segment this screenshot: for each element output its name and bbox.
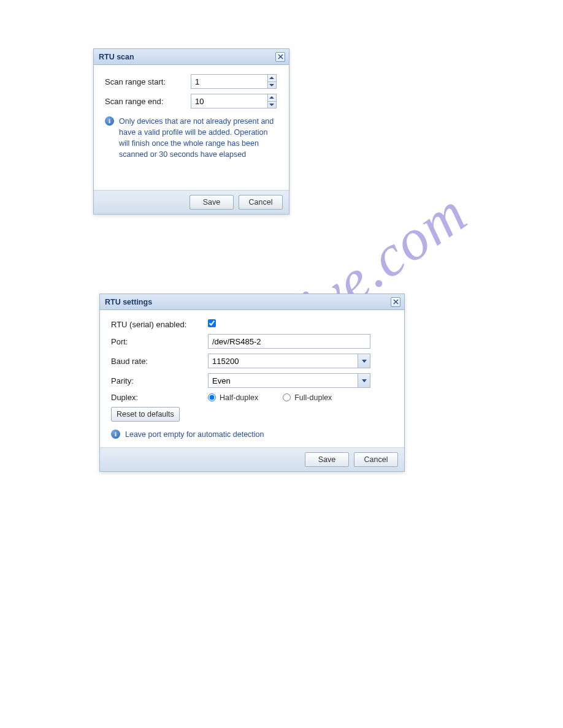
port-input[interactable] bbox=[208, 334, 370, 349]
parity-value[interactable] bbox=[209, 374, 358, 387]
info-icon: i bbox=[111, 430, 120, 439]
close-icon bbox=[278, 54, 283, 59]
baud-rate-select[interactable] bbox=[208, 354, 370, 368]
scan-range-start-spinner[interactable] bbox=[191, 74, 277, 89]
rtu-settings-dialog: RTU settings RTU (serial) enabled: Port:… bbox=[99, 294, 405, 472]
save-button[interactable]: Save bbox=[190, 195, 234, 210]
rtu-settings-buttonbar: Save Cancel bbox=[100, 447, 404, 471]
rtu-scan-buttonbar: Save Cancel bbox=[94, 190, 289, 214]
rtu-scan-dialog: RTU scan Scan range start: Scan ra bbox=[93, 48, 289, 214]
chevron-up-icon bbox=[269, 77, 274, 79]
half-duplex-radio[interactable]: Half-duplex bbox=[208, 393, 258, 402]
close-icon bbox=[393, 299, 399, 305]
info-icon: i bbox=[105, 116, 114, 126]
chevron-down-icon bbox=[362, 379, 367, 382]
close-button[interactable] bbox=[275, 52, 285, 62]
half-duplex-radio-label: Half-duplex bbox=[220, 393, 258, 402]
parity-label: Parity: bbox=[111, 376, 208, 385]
scan-range-end-input[interactable] bbox=[191, 94, 267, 108]
chevron-down-icon bbox=[269, 84, 274, 86]
rtu-scan-info: i Only devices that are not already pres… bbox=[105, 113, 278, 161]
baud-rate-value[interactable] bbox=[209, 354, 358, 368]
full-duplex-radio[interactable]: Full-duplex bbox=[283, 393, 332, 402]
rtu-enabled-label: RTU (serial) enabled: bbox=[111, 320, 208, 329]
cancel-button[interactable]: Cancel bbox=[239, 195, 283, 210]
rtu-settings-titlebar: RTU settings bbox=[100, 294, 404, 310]
rtu-enabled-checkbox[interactable] bbox=[208, 319, 216, 327]
full-duplex-radio-input[interactable] bbox=[283, 393, 291, 401]
rtu-scan-title: RTU scan bbox=[99, 53, 275, 61]
rtu-scan-info-text: Only devices that are not already presen… bbox=[119, 116, 278, 161]
scan-range-end-spinner[interactable] bbox=[191, 94, 277, 108]
parity-select[interactable] bbox=[208, 373, 370, 388]
scan-range-start-label: Scan range start: bbox=[105, 77, 191, 86]
scan-range-start-input[interactable] bbox=[191, 75, 267, 88]
spinner-up-button[interactable] bbox=[268, 94, 276, 102]
port-label: Port: bbox=[111, 337, 208, 346]
dropdown-trigger[interactable] bbox=[358, 374, 370, 387]
rtu-settings-body: RTU (serial) enabled: Port: Baud rate: P… bbox=[100, 310, 404, 447]
full-duplex-radio-label: Full-duplex bbox=[294, 393, 332, 402]
rtu-settings-info-text: Leave port empty for automatic detection bbox=[125, 429, 264, 440]
chevron-up-icon bbox=[269, 96, 274, 99]
rtu-scan-titlebar: RTU scan bbox=[94, 49, 289, 65]
reset-to-defaults-button[interactable]: Reset to defaults bbox=[111, 407, 180, 422]
close-button[interactable] bbox=[391, 297, 400, 307]
rtu-scan-body: Scan range start: Scan range end: bbox=[94, 65, 289, 190]
scan-range-end-label: Scan range end: bbox=[105, 97, 191, 106]
spinner-up-button[interactable] bbox=[268, 75, 276, 82]
baud-rate-label: Baud rate: bbox=[111, 357, 208, 366]
duplex-label: Duplex: bbox=[111, 393, 208, 402]
cancel-button[interactable]: Cancel bbox=[354, 452, 398, 467]
spinner-down-button[interactable] bbox=[268, 82, 276, 89]
chevron-down-icon bbox=[269, 104, 274, 106]
half-duplex-radio-input[interactable] bbox=[208, 393, 216, 401]
rtu-settings-info: i Leave port empty for automatic detecti… bbox=[111, 427, 393, 440]
chevron-down-icon bbox=[362, 360, 367, 363]
rtu-settings-title: RTU settings bbox=[105, 298, 391, 306]
spinner-down-button[interactable] bbox=[268, 102, 276, 108]
dropdown-trigger[interactable] bbox=[358, 354, 370, 368]
save-button[interactable]: Save bbox=[305, 452, 349, 467]
